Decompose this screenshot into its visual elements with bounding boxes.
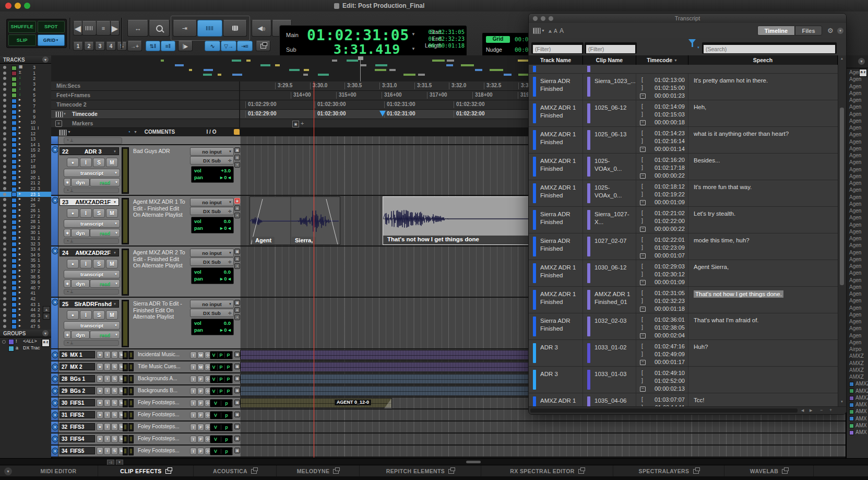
bottom-tab-repitch-elements[interactable]: REPITCH ELEMENTS [360, 465, 481, 477]
clip-list-item[interactable]: Agen [847, 263, 868, 270]
solo-button[interactable]: S [111, 387, 118, 395]
scroll-right-arrow[interactable]: ▶ [810, 408, 812, 413]
sidebar-track-item-33[interactable]: ▸334 [0, 247, 51, 252]
monitor-mode-button[interactable]: M [197, 364, 204, 371]
clip-list-item[interactable]: Agen [847, 118, 868, 125]
playlist-box-button[interactable]: ▣ [234, 436, 240, 441]
clip-list-item[interactable]: Agen [847, 319, 868, 325]
transcript-row-3[interactable]: AMXZ ADR 1Finished1025_06-13[01:02:14:23… [529, 127, 838, 154]
gear-icon[interactable]: ⚙ [827, 27, 834, 34]
playlist-box-button[interactable]: ▣ [234, 388, 240, 393]
sidebar-track-item-13[interactable]: ▸13 [0, 136, 51, 142]
record-arm-button[interactable]: ● [97, 351, 103, 359]
monitor-mode-button[interactable]: F [197, 388, 204, 395]
comments-column-header[interactable]: COMMENTS [135, 129, 185, 135]
marker-folder-icon[interactable] [234, 129, 240, 135]
search-input[interactable] [704, 45, 835, 53]
input-button[interactable]: I [190, 412, 197, 419]
track-disclosure-triangle[interactable]: ▼ [52, 146, 58, 153]
clip-list-item[interactable]: AMXZ [847, 360, 868, 367]
markers-list-icon[interactable]: ≡ [55, 120, 62, 127]
input-monitor-button[interactable]: I [80, 158, 92, 167]
transcript-columns-icon[interactable] [533, 28, 541, 34]
mute-button[interactable]: M [106, 259, 118, 268]
record-arm-button[interactable]: ● [67, 208, 79, 218]
chevron-down-icon[interactable]: ▼ [541, 29, 545, 32]
trim-tool-button[interactable]: ↔ [127, 20, 148, 37]
record-arm-button[interactable]: ● [97, 387, 103, 395]
font-size-small-button[interactable]: A [549, 29, 552, 34]
input-monitor-button[interactable]: I [104, 399, 111, 407]
clip-list-item[interactable]: Agen [847, 153, 868, 159]
clip-list-item[interactable]: Agen [847, 201, 868, 208]
clip-list-item[interactable]: Agen [847, 215, 868, 221]
dyn-button[interactable]: dyn [71, 178, 90, 186]
sidebar-track-item-5[interactable]: ↓5 [0, 92, 51, 98]
chevron-down-icon[interactable]: ▼ [63, 112, 66, 115]
speech-text[interactable]: Tcc! [694, 397, 704, 403]
lane-row[interactable] [240, 422, 846, 434]
transcript-row-7[interactable]: Sierra ADRFinished1027_02-07[01:02:22:01… [529, 233, 838, 260]
track-comment[interactable]: Backgrounds B... [138, 388, 186, 393]
clip-filter-input[interactable] [586, 45, 635, 53]
bottom-tab-wavelab[interactable]: WAVELAB [724, 465, 814, 477]
sub-counter-dropdown[interactable]: ▼ [411, 46, 415, 51]
chevron-down-icon[interactable]: ▼ [42, 330, 49, 336]
playlist-box-button[interactable]: ▣ [234, 147, 240, 153]
mute-button[interactable]: M [106, 310, 118, 320]
insertion-cursor-marker[interactable] [379, 111, 386, 116]
insert-selector-transcript[interactable]: transcript ▼ [64, 219, 120, 228]
solo-button[interactable]: S [111, 375, 118, 383]
solo-button[interactable]: S [111, 363, 118, 371]
bottom-tab-spectralayers[interactable]: SPECTRALAYERS [613, 465, 724, 477]
zoom-preset-1[interactable]: 1 [73, 42, 83, 51]
speech-cell[interactable]: Tcc! [688, 393, 838, 406]
playhead[interactable] [314, 81, 314, 458]
solo-button[interactable]: S [93, 208, 105, 218]
speech-cell[interactable]: what is it anything other than heart? [688, 127, 838, 153]
transcript-row-5[interactable]: AMXZ ADR 1Finished1025-VOAx_0...[01:02:1… [529, 180, 838, 207]
input-button[interactable]: I [190, 376, 197, 383]
link-track-edit-button[interactable]: ≡‖ [161, 41, 175, 51]
clip-list-item[interactable]: AMXZ [847, 388, 868, 395]
transcript-row-11[interactable]: ADR 31033_01-02[01:02:47:16]01:02:49:09−… [529, 340, 838, 367]
bottom-tab-clip-effects[interactable]: CLIP EFFECTS [98, 465, 194, 477]
track-comment[interactable]: Title Music Cues... [138, 364, 186, 369]
input-monitor-button[interactable]: I [104, 363, 111, 371]
clip-list-item[interactable]: Agen [847, 339, 868, 346]
vpp-readout[interactable]: Vp [210, 423, 233, 431]
volume-pan-readout[interactable]: vol0.0pan▸ 0 ◂ [191, 319, 234, 335]
start-value[interactable]: 01:02:31:05 [427, 29, 465, 35]
transcript-row-9[interactable]: AMXZ ADR 1FinishedAMXZ ADR 1Finished_01[… [529, 287, 838, 313]
speech-text[interactable]: It's pretty damn hot in there. [694, 77, 768, 84]
grid-value-label[interactable]: Grid [486, 36, 510, 43]
pan-value[interactable]: ▸ 0 ◂ [220, 225, 231, 231]
sidebar-track-item-34[interactable]: ▸345 [0, 252, 51, 258]
track-name-box[interactable]: 22ADR 3▼ [60, 147, 119, 155]
add-insert-button[interactable]: + [234, 263, 240, 269]
record-arm-button[interactable]: ● [67, 310, 79, 320]
track-filter-input[interactable] [533, 45, 582, 53]
track-comment[interactable]: Bad Guys ADR [133, 148, 185, 155]
clip-list-item[interactable]: AMXZ [847, 367, 868, 374]
input-monitor-button[interactable]: I [104, 423, 111, 431]
vol-value[interactable]: 0.0 [224, 269, 231, 275]
sidebar-track-item-38[interactable]: ▸385 [0, 274, 51, 280]
bottom-tab-rx-spectral-editor[interactable]: RX SPECTRAL EDITOR [481, 465, 613, 477]
monitor-mode-button[interactable]: F [197, 376, 204, 383]
duplicate-playlist-button[interactable] [256, 41, 270, 51]
track-comment[interactable]: Foley Footsteps... [138, 424, 186, 429]
input-monitor-button[interactable]: I [104, 435, 111, 443]
speech-text[interactable]: mode this time, huh? [694, 237, 750, 243]
sidebar-track-item-3[interactable]: ↓3 [0, 81, 51, 87]
lane-row[interactable] [240, 446, 846, 458]
transcript-titlebar[interactable]: Transcript [529, 14, 846, 24]
sidebar-track-item-18[interactable]: ▸18 [0, 164, 51, 170]
speech-cell[interactable]: mode this time, huh? [688, 233, 838, 260]
solo-button[interactable]: S [111, 447, 118, 455]
input-button[interactable]: I [190, 364, 197, 371]
sidebar-track-item-24[interactable]: ▸242 [0, 197, 51, 203]
sidebar-track-item-3[interactable]: ▦3 [0, 65, 51, 71]
sidebar-track-item-30[interactable]: ▸301 [0, 230, 51, 236]
transcript-row-1[interactable]: Sierra ADRFinishedSierra_1023_...[01:02:… [529, 74, 838, 100]
